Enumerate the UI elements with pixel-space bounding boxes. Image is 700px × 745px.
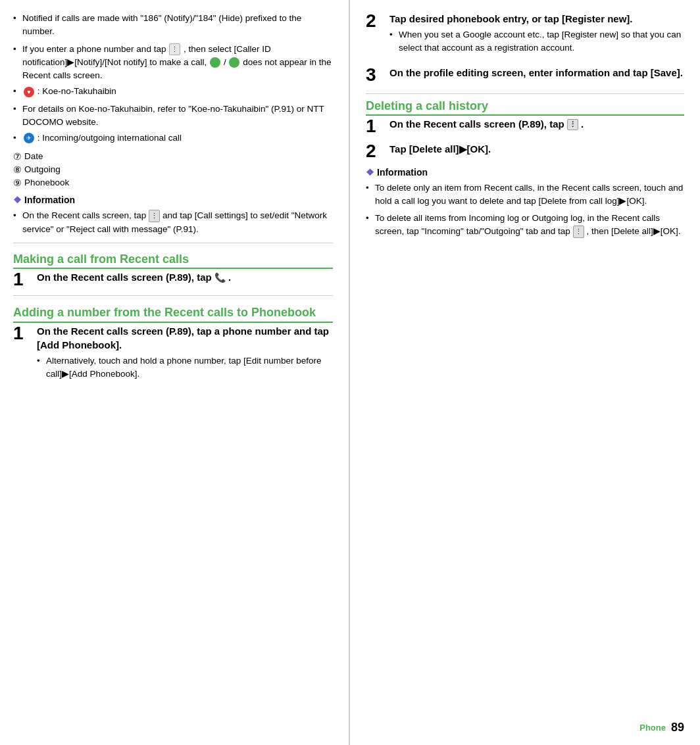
divider-adding (13, 295, 333, 296)
menu-icon-1: ⋮ (169, 43, 180, 56)
phone-call-icon: 📞 (214, 272, 226, 285)
divider-deleting (366, 93, 684, 94)
numbered-items: ⑦ Date ⑧ Outgoing ⑨ Phonebook (13, 151, 333, 188)
step-title-making-1: On the Recent calls screen (P.89), tap 📞… (37, 270, 333, 285)
footer-label: Phone (639, 723, 666, 733)
making-calls-step1: 1 On the Recent calls screen (P.89), tap… (13, 270, 333, 289)
step-number-deleting-2: 2 (366, 142, 382, 160)
step-content-right-2: Tap desired phonebook entry, or tap [Reg… (389, 12, 684, 58)
divider-making (13, 243, 333, 243)
phone-green-icon-2 (229, 57, 239, 68)
numbered-row-8: ⑧ Outgoing (13, 164, 333, 175)
right-step2-sub-list: When you set a Google account etc., tap … (389, 28, 684, 55)
num-8: ⑧ (13, 164, 22, 175)
phone-green-icon-1 (210, 57, 220, 68)
top-bullet-list: Notified if calls are made with "186" (N… (13, 12, 333, 145)
left-column: Notified if calls are made with "186" (N… (0, 0, 350, 745)
bullet-text-2a: If you enter a phone number and tap (22, 44, 166, 54)
deleting-step1: 1 On the Recent calls screen (P.89), tap… (366, 117, 684, 135)
label-8: Outgoing (24, 164, 61, 175)
numbered-row-7: ⑦ Date (13, 151, 333, 162)
bullet-item-3: For details on Koe-no-Takuhaibin, refer … (13, 103, 333, 130)
step-number-right-2: 2 (366, 12, 382, 30)
menu-icon-4: ⋮ (573, 226, 584, 238)
num-9: ⑨ (13, 178, 22, 188)
step-number-making-1: 1 (13, 270, 29, 289)
deleting-heading: Deleting a call history (366, 99, 684, 116)
info-bullet-right-2b: , then [Delete all]▶[OK]. (586, 226, 680, 236)
international-icon: ✈ (24, 133, 34, 143)
bullet-text-1: Notified if calls are made with "186" (N… (22, 13, 301, 36)
diamond-icon-right: ❖ (366, 167, 374, 178)
info-bullet-list-left: On the Recent calls screen, tap ⋮ and ta… (13, 209, 333, 236)
footer-page: 89 (671, 721, 684, 734)
menu-icon-2: ⋮ (149, 210, 160, 222)
step-content-making-1: On the Recent calls screen (P.89), tap 📞… (37, 270, 333, 287)
step-content-deleting-1: On the Recent calls screen (P.89), tap ⋮… (389, 117, 684, 133)
slash-text: / (224, 57, 229, 67)
diamond-icon-left: ❖ (13, 195, 22, 205)
page-footer: Phone 89 (639, 721, 684, 734)
making-calls-section: Making a call from Recent calls 1 On the… (13, 252, 333, 289)
info-bullet-list-right: To delete only an item from Recent calls… (366, 181, 684, 239)
step-title-adding-1: On the Recent calls screen (P.89), tap a… (37, 324, 333, 352)
deleting-step1-text-b: . (581, 118, 584, 130)
step-number-right-3: 3 (366, 66, 382, 84)
step-content-right-3: On the profile editing screen, enter inf… (389, 66, 684, 82)
label-9: Phonebook (24, 178, 69, 188)
adding-sub-list: Alternatively, touch and hold a phone nu… (37, 354, 333, 381)
koe-text: : Koe-no-Takuhaibin (38, 86, 116, 96)
info-header-left: ❖ Information (13, 195, 333, 205)
info-bullet-left-text-a: On the Recent calls screen, tap (22, 210, 146, 220)
making-step1-text-a: On the Recent calls screen (P.89), tap (37, 272, 212, 283)
step-title-deleting-2: Tap [Delete all]▶[OK]. (389, 142, 684, 156)
adding-step1: 1 On the Recent calls screen (P.89), tap… (13, 324, 333, 384)
koe-icon: ♥ (24, 87, 34, 97)
bullet-text-3: For details on Koe-no-Takuhaibin, refer … (22, 104, 324, 127)
step-title-deleting-1: On the Recent calls screen (P.89), tap ⋮… (389, 117, 684, 131)
info-bullet-left-1: On the Recent calls screen, tap ⋮ and ta… (13, 209, 333, 236)
info-bullet-right-1: To delete only an item from Recent calls… (366, 181, 684, 208)
numbered-row-9: ⑨ Phonebook (13, 178, 333, 188)
deleting-step1-text-a: On the Recent calls screen (P.89), tap (389, 118, 564, 130)
num-7: ⑦ (13, 151, 22, 162)
info-title-right: Information (377, 167, 428, 178)
right-column: 2 Tap desired phonebook entry, or tap [R… (350, 0, 700, 745)
right-step2: 2 Tap desired phonebook entry, or tap [R… (366, 12, 684, 58)
bullet-item-2: If you enter a phone number and tap ⋮ , … (13, 43, 333, 83)
menu-icon-3: ⋮ (567, 119, 578, 130)
step-title-right-2: Tap desired phonebook entry, or tap [Reg… (389, 12, 684, 26)
bullet-item-1: Notified if calls are made with "186" (N… (13, 12, 333, 39)
step-number-adding-1: 1 (13, 324, 29, 343)
step-content-adding-1: On the Recent calls screen (P.89), tap a… (37, 324, 333, 384)
bullet-item-intl: ✈ : Incoming/outgoing international call (13, 132, 333, 145)
right-step2-sub-1: When you set a Google account etc., tap … (389, 28, 684, 55)
deleting-step2: 2 Tap [Delete all]▶[OK]. (366, 142, 684, 160)
bullet-item-koe: ♥ : Koe-no-Takuhaibin (13, 85, 333, 98)
right-step3: 3 On the profile editing screen, enter i… (366, 66, 684, 84)
making-step1-text-b: . (228, 272, 231, 283)
intl-text: : Incoming/outgoing international call (38, 133, 182, 143)
label-7: Date (24, 151, 43, 162)
info-header-right: ❖ Information (366, 167, 684, 178)
step-number-deleting-1: 1 (366, 117, 382, 135)
deleting-section: Deleting a call history 1 On the Recent … (366, 99, 684, 160)
making-calls-heading: Making a call from Recent calls (13, 252, 333, 269)
adding-section: Adding a number from the Recent calls to… (13, 305, 333, 384)
info-bullet-right-2: To delete all items from Incoming log or… (366, 212, 684, 239)
step-title-right-3: On the profile editing screen, enter inf… (389, 66, 684, 80)
adding-sub-item-1: Alternatively, touch and hold a phone nu… (37, 354, 333, 381)
adding-heading: Adding a number from the Recent calls to… (13, 305, 333, 323)
step-content-deleting-2: Tap [Delete all]▶[OK]. (389, 142, 684, 158)
info-section-left: ❖ Information On the Recent calls screen… (13, 195, 333, 236)
info-title-left: Information (24, 195, 75, 205)
info-section-right: ❖ Information To delete only an item fro… (366, 167, 684, 239)
